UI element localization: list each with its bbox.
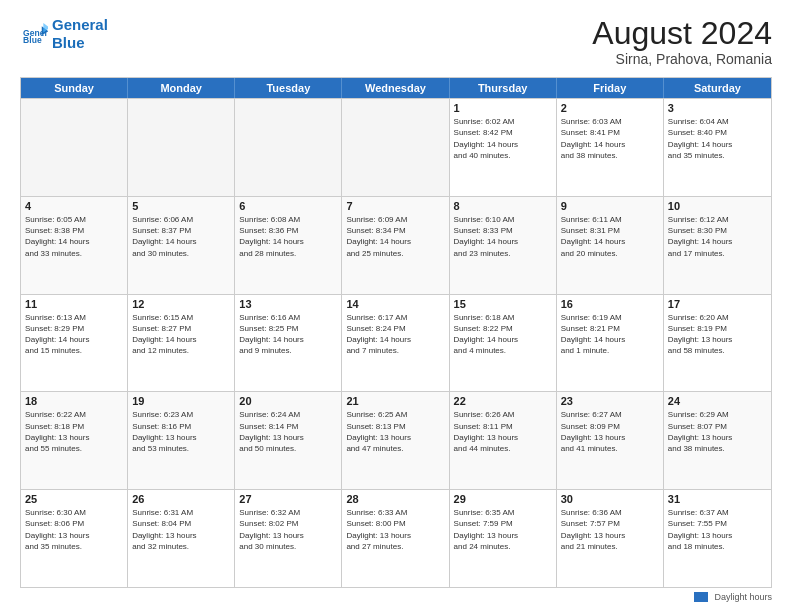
calendar-cell: 20Sunrise: 6:24 AM Sunset: 8:14 PM Dayli… [235, 392, 342, 489]
day-number: 8 [454, 200, 552, 212]
day-number: 16 [561, 298, 659, 310]
footer: Daylight hours [20, 588, 772, 602]
calendar-cell [235, 99, 342, 196]
calendar-cell: 23Sunrise: 6:27 AM Sunset: 8:09 PM Dayli… [557, 392, 664, 489]
day-number: 26 [132, 493, 230, 505]
day-info: Sunrise: 6:27 AM Sunset: 8:09 PM Dayligh… [561, 409, 659, 454]
day-number: 29 [454, 493, 552, 505]
svg-text:Blue: Blue [23, 35, 42, 45]
day-info: Sunrise: 6:20 AM Sunset: 8:19 PM Dayligh… [668, 312, 767, 357]
header: General Blue General Blue August 2024 Si… [20, 16, 772, 67]
page-subtitle: Sirna, Prahova, Romania [592, 51, 772, 67]
day-number: 1 [454, 102, 552, 114]
day-info: Sunrise: 6:04 AM Sunset: 8:40 PM Dayligh… [668, 116, 767, 161]
calendar-cell: 9Sunrise: 6:11 AM Sunset: 8:31 PM Daylig… [557, 197, 664, 294]
page: General Blue General Blue August 2024 Si… [0, 0, 792, 612]
calendar-row: 25Sunrise: 6:30 AM Sunset: 8:06 PM Dayli… [21, 489, 771, 587]
day-of-week-sunday: Sunday [21, 78, 128, 98]
day-number: 18 [25, 395, 123, 407]
calendar-cell: 25Sunrise: 6:30 AM Sunset: 8:06 PM Dayli… [21, 490, 128, 587]
calendar-cell: 3Sunrise: 6:04 AM Sunset: 8:40 PM Daylig… [664, 99, 771, 196]
day-info: Sunrise: 6:19 AM Sunset: 8:21 PM Dayligh… [561, 312, 659, 357]
day-info: Sunrise: 6:24 AM Sunset: 8:14 PM Dayligh… [239, 409, 337, 454]
day-number: 15 [454, 298, 552, 310]
day-number: 13 [239, 298, 337, 310]
day-number: 10 [668, 200, 767, 212]
calendar-cell: 19Sunrise: 6:23 AM Sunset: 8:16 PM Dayli… [128, 392, 235, 489]
calendar-cell: 16Sunrise: 6:19 AM Sunset: 8:21 PM Dayli… [557, 295, 664, 392]
day-number: 24 [668, 395, 767, 407]
day-info: Sunrise: 6:03 AM Sunset: 8:41 PM Dayligh… [561, 116, 659, 161]
day-number: 5 [132, 200, 230, 212]
day-info: Sunrise: 6:15 AM Sunset: 8:27 PM Dayligh… [132, 312, 230, 357]
day-info: Sunrise: 6:26 AM Sunset: 8:11 PM Dayligh… [454, 409, 552, 454]
day-of-week-monday: Monday [128, 78, 235, 98]
day-info: Sunrise: 6:17 AM Sunset: 8:24 PM Dayligh… [346, 312, 444, 357]
day-number: 30 [561, 493, 659, 505]
day-number: 12 [132, 298, 230, 310]
logo: General Blue General Blue [20, 16, 108, 52]
logo-general: General [52, 16, 108, 34]
calendar-cell: 21Sunrise: 6:25 AM Sunset: 8:13 PM Dayli… [342, 392, 449, 489]
calendar-cell: 27Sunrise: 6:32 AM Sunset: 8:02 PM Dayli… [235, 490, 342, 587]
day-info: Sunrise: 6:12 AM Sunset: 8:30 PM Dayligh… [668, 214, 767, 259]
day-of-week-tuesday: Tuesday [235, 78, 342, 98]
calendar-row: 4Sunrise: 6:05 AM Sunset: 8:38 PM Daylig… [21, 196, 771, 294]
calendar-cell: 29Sunrise: 6:35 AM Sunset: 7:59 PM Dayli… [450, 490, 557, 587]
day-info: Sunrise: 6:10 AM Sunset: 8:33 PM Dayligh… [454, 214, 552, 259]
day-number: 25 [25, 493, 123, 505]
day-info: Sunrise: 6:30 AM Sunset: 8:06 PM Dayligh… [25, 507, 123, 552]
day-info: Sunrise: 6:05 AM Sunset: 8:38 PM Dayligh… [25, 214, 123, 259]
calendar-row: 1Sunrise: 6:02 AM Sunset: 8:42 PM Daylig… [21, 98, 771, 196]
calendar-cell: 31Sunrise: 6:37 AM Sunset: 7:55 PM Dayli… [664, 490, 771, 587]
calendar-cell [21, 99, 128, 196]
calendar-row: 18Sunrise: 6:22 AM Sunset: 8:18 PM Dayli… [21, 391, 771, 489]
calendar-cell: 18Sunrise: 6:22 AM Sunset: 8:18 PM Dayli… [21, 392, 128, 489]
day-number: 11 [25, 298, 123, 310]
page-title: August 2024 [592, 16, 772, 51]
day-number: 21 [346, 395, 444, 407]
calendar-cell: 14Sunrise: 6:17 AM Sunset: 8:24 PM Dayli… [342, 295, 449, 392]
day-info: Sunrise: 6:06 AM Sunset: 8:37 PM Dayligh… [132, 214, 230, 259]
logo-icon: General Blue [20, 20, 48, 48]
day-info: Sunrise: 6:37 AM Sunset: 7:55 PM Dayligh… [668, 507, 767, 552]
day-number: 7 [346, 200, 444, 212]
legend-label: Daylight hours [714, 592, 772, 602]
day-number: 14 [346, 298, 444, 310]
day-number: 31 [668, 493, 767, 505]
calendar-cell: 12Sunrise: 6:15 AM Sunset: 8:27 PM Dayli… [128, 295, 235, 392]
day-of-week-thursday: Thursday [450, 78, 557, 98]
day-info: Sunrise: 6:09 AM Sunset: 8:34 PM Dayligh… [346, 214, 444, 259]
calendar-cell: 26Sunrise: 6:31 AM Sunset: 8:04 PM Dayli… [128, 490, 235, 587]
calendar-cell: 1Sunrise: 6:02 AM Sunset: 8:42 PM Daylig… [450, 99, 557, 196]
logo-blue: Blue [52, 34, 108, 52]
calendar-cell: 30Sunrise: 6:36 AM Sunset: 7:57 PM Dayli… [557, 490, 664, 587]
day-info: Sunrise: 6:25 AM Sunset: 8:13 PM Dayligh… [346, 409, 444, 454]
calendar-header: SundayMondayTuesdayWednesdayThursdayFrid… [21, 78, 771, 98]
calendar-cell: 17Sunrise: 6:20 AM Sunset: 8:19 PM Dayli… [664, 295, 771, 392]
day-number: 28 [346, 493, 444, 505]
calendar-cell: 2Sunrise: 6:03 AM Sunset: 8:41 PM Daylig… [557, 99, 664, 196]
day-number: 4 [25, 200, 123, 212]
day-info: Sunrise: 6:36 AM Sunset: 7:57 PM Dayligh… [561, 507, 659, 552]
calendar-body: 1Sunrise: 6:02 AM Sunset: 8:42 PM Daylig… [21, 98, 771, 587]
day-info: Sunrise: 6:31 AM Sunset: 8:04 PM Dayligh… [132, 507, 230, 552]
day-info: Sunrise: 6:13 AM Sunset: 8:29 PM Dayligh… [25, 312, 123, 357]
day-info: Sunrise: 6:35 AM Sunset: 7:59 PM Dayligh… [454, 507, 552, 552]
day-info: Sunrise: 6:33 AM Sunset: 8:00 PM Dayligh… [346, 507, 444, 552]
calendar-cell: 13Sunrise: 6:16 AM Sunset: 8:25 PM Dayli… [235, 295, 342, 392]
day-number: 19 [132, 395, 230, 407]
calendar-cell: 11Sunrise: 6:13 AM Sunset: 8:29 PM Dayli… [21, 295, 128, 392]
day-info: Sunrise: 6:29 AM Sunset: 8:07 PM Dayligh… [668, 409, 767, 454]
day-number: 3 [668, 102, 767, 114]
day-of-week-saturday: Saturday [664, 78, 771, 98]
calendar-cell: 15Sunrise: 6:18 AM Sunset: 8:22 PM Dayli… [450, 295, 557, 392]
calendar-cell: 28Sunrise: 6:33 AM Sunset: 8:00 PM Dayli… [342, 490, 449, 587]
day-number: 22 [454, 395, 552, 407]
day-of-week-friday: Friday [557, 78, 664, 98]
calendar-cell: 7Sunrise: 6:09 AM Sunset: 8:34 PM Daylig… [342, 197, 449, 294]
day-number: 6 [239, 200, 337, 212]
calendar-cell: 4Sunrise: 6:05 AM Sunset: 8:38 PM Daylig… [21, 197, 128, 294]
title-area: August 2024 Sirna, Prahova, Romania [592, 16, 772, 67]
calendar-cell: 5Sunrise: 6:06 AM Sunset: 8:37 PM Daylig… [128, 197, 235, 294]
